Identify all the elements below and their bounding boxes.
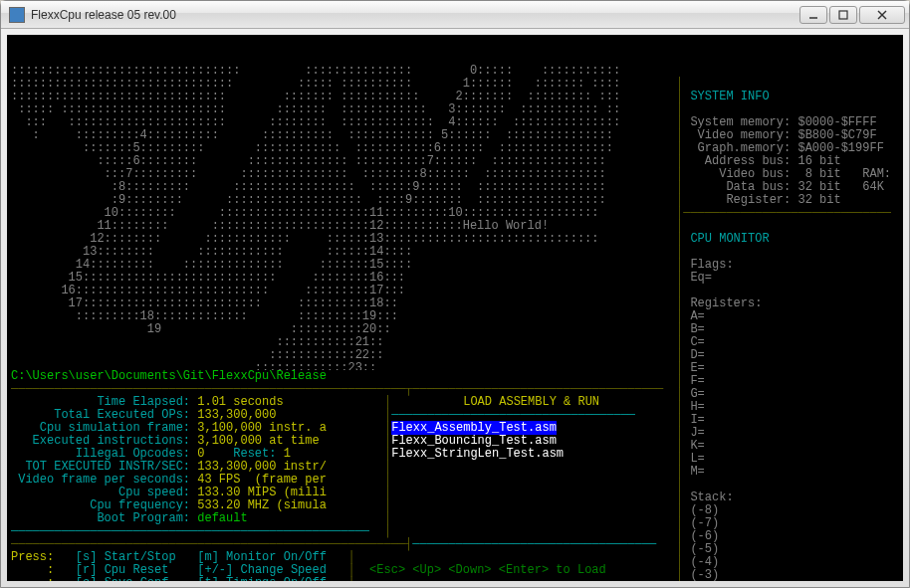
file-item[interactable]: Flexx_StringLen_Test.asm: [391, 447, 564, 461]
titlebar[interactable]: FlexxCpu release 05 rev.00: [1, 1, 909, 29]
load-hint: <Esc> <Up> <Down> <Enter> to Load: [369, 563, 606, 577]
file-item-selected[interactable]: Flexx_Assembly_Test.asm: [391, 421, 557, 435]
cpumonitor-header: CPU MONITOR: [690, 232, 769, 246]
app-window: FlexxCpu release 05 rev.00 :::::::::::::…: [0, 0, 910, 588]
minimize-button[interactable]: [799, 6, 827, 24]
load-header: LOAD ASSEMBLY & RUN: [463, 395, 599, 409]
key-hints: Press: [s] Start/Stop [m] Monitor On/Off…: [11, 551, 670, 581]
stats-panel: Time Elapsed: 1.01 seconds Total Execute…: [11, 396, 384, 538]
maximize-button[interactable]: [829, 6, 857, 24]
right-panel: │ │ SYSTEM INFO │ │ System memory: $0000…: [670, 65, 899, 581]
sysinfo-header: SYSTEM INFO: [690, 90, 769, 103]
file-item[interactable]: Flexx_Bouncing_Test.asm: [391, 434, 557, 448]
load-panel: │ LOAD ASSEMBLY & RUN │─────────────────…: [384, 396, 670, 538]
hello-world-text: Hello World!: [463, 219, 549, 233]
window-title: FlexxCpu release 05 rev.00: [31, 8, 799, 22]
ascii-display: :::::::::::::::::::::::::::::::: :::::::…: [11, 65, 670, 370]
svg-rect-1: [839, 11, 847, 19]
window-controls: [799, 6, 905, 24]
app-icon: [9, 7, 25, 23]
terminal-content: :::::::::::::::::::::::::::::::: :::::::…: [7, 35, 903, 581]
close-button[interactable]: [859, 6, 905, 24]
